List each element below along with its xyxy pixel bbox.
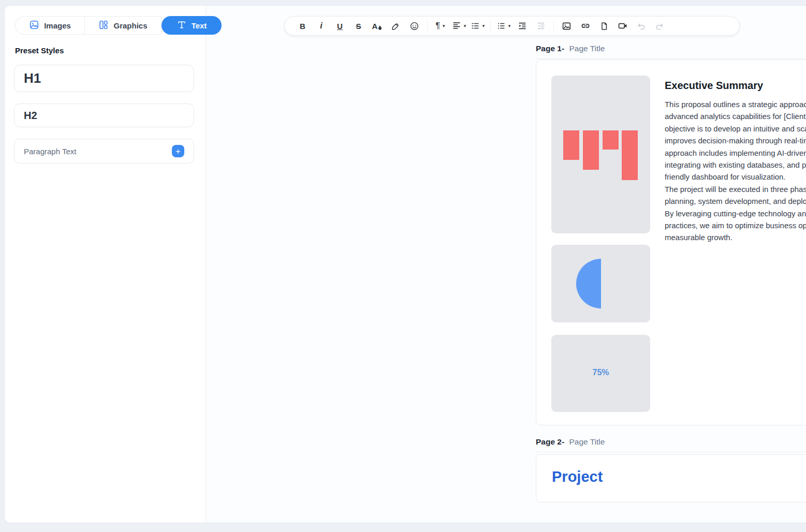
- editor-area: Page 1- Page Title 75% Executive Summary…: [206, 6, 806, 523]
- indent-button[interactable]: [514, 18, 531, 34]
- emoji-button[interactable]: [406, 18, 423, 34]
- project-heading[interactable]: Project: [552, 468, 603, 485]
- insert-image-icon: [562, 21, 571, 31]
- strikethrough-button[interactable]: S: [350, 18, 367, 34]
- preset-h2-label: H2: [24, 110, 37, 122]
- paragraph-format-button[interactable]: ¶ ▾: [432, 18, 449, 34]
- bar-chart-placeholder[interactable]: [551, 76, 650, 233]
- tab-images[interactable]: Images: [15, 16, 85, 35]
- insert-link-button[interactable]: [577, 18, 594, 34]
- executive-summary-paragraph-1: This proposal outlines a strategic appro…: [665, 99, 806, 184]
- page-2-header: Page 2- Page Title: [536, 437, 806, 452]
- percent-placeholder[interactable]: 75%: [551, 335, 650, 412]
- preset-paragraph[interactable]: Paragraph Text +: [14, 139, 194, 164]
- chevron-down-icon: ▾: [482, 23, 485, 28]
- chevron-down-icon: ▾: [443, 23, 445, 28]
- tab-graphics-label: Graphics: [113, 21, 147, 30]
- sidebar-tabs: Images Graphics Text: [15, 16, 222, 35]
- percent-label: 75%: [551, 368, 650, 377]
- page-1-label: Page 1-: [536, 44, 564, 53]
- emoji-icon: [409, 21, 419, 31]
- add-paragraph-button[interactable]: +: [172, 145, 184, 157]
- underline-button[interactable]: U: [331, 18, 348, 34]
- undo-icon: [636, 21, 646, 31]
- paragraph-icon: ¶: [435, 21, 440, 31]
- chevron-down-icon: ▾: [464, 23, 466, 28]
- bar: [583, 130, 599, 170]
- bar: [622, 130, 638, 180]
- preset-paragraph-label: Paragraph Text: [24, 147, 76, 156]
- page-1-canvas[interactable]: 75% Executive Summary This proposal outl…: [536, 60, 806, 425]
- unordered-list-button[interactable]: ▾: [495, 18, 512, 34]
- bar: [603, 130, 619, 150]
- text-icon: [177, 20, 187, 32]
- insert-file-icon: [599, 21, 609, 31]
- app-panel: Images Graphics Text Preset Styles H1: [4, 5, 806, 523]
- outdent-button[interactable]: [532, 18, 549, 34]
- page-2-label: Page 2-: [536, 437, 564, 446]
- insert-video-icon: [618, 21, 628, 31]
- insert-link-icon: [580, 21, 591, 31]
- preset-styles-heading: Preset Styles: [15, 46, 64, 55]
- highlight-button[interactable]: [387, 18, 404, 34]
- page-2-canvas[interactable]: Project: [536, 454, 806, 503]
- ordered-list-button[interactable]: ▾: [469, 18, 486, 34]
- font-color-button[interactable]: A: [369, 18, 386, 34]
- text-format-toolbar: B i U S A: [284, 16, 740, 36]
- italic-icon: i: [320, 21, 322, 31]
- outdent-icon: [536, 21, 546, 31]
- highlight-icon: [391, 21, 401, 31]
- page-1-title[interactable]: Page Title: [569, 44, 605, 53]
- half-circle-placeholder[interactable]: [551, 245, 650, 322]
- page-2-title[interactable]: Page Title: [569, 437, 605, 446]
- preset-h2[interactable]: H2: [14, 104, 194, 127]
- tab-text[interactable]: Text: [162, 16, 222, 35]
- align-button[interactable]: ▾: [450, 18, 467, 34]
- bold-button[interactable]: B: [294, 18, 311, 34]
- redo-button[interactable]: [651, 18, 668, 34]
- graphics-icon: [98, 20, 109, 32]
- undo-button[interactable]: [633, 18, 650, 34]
- toolbar-separator: [490, 20, 491, 32]
- align-left-icon: [452, 21, 461, 31]
- toolbar-separator: [553, 20, 554, 32]
- font-color-icon: A: [372, 22, 383, 31]
- images-icon: [29, 20, 39, 32]
- executive-summary-paragraph-2: The project will be executed in three ph…: [665, 184, 806, 244]
- plus-icon: +: [175, 147, 181, 156]
- ordered-list-icon: [471, 21, 480, 31]
- italic-button[interactable]: i: [313, 18, 330, 34]
- half-circle-shape: [576, 259, 601, 308]
- underline-icon: U: [337, 22, 343, 31]
- insert-file-button[interactable]: [595, 18, 612, 34]
- redo-icon: [655, 21, 665, 31]
- tab-text-label: Text: [192, 21, 207, 30]
- preset-h1-label: H1: [24, 70, 41, 86]
- executive-summary-heading: Executive Summary: [665, 80, 806, 92]
- tab-images-label: Images: [44, 21, 71, 30]
- insert-video-button[interactable]: [614, 18, 631, 34]
- indent-icon: [518, 21, 527, 31]
- bullet-list-icon: [496, 21, 506, 31]
- tab-graphics[interactable]: Graphics: [85, 16, 162, 35]
- strikethrough-icon: S: [356, 22, 361, 31]
- page-1-header: Page 1- Page Title: [536, 44, 806, 59]
- insert-image-button[interactable]: [558, 18, 575, 34]
- executive-summary-block[interactable]: Executive Summary This proposal outlines…: [665, 80, 806, 244]
- bar: [563, 130, 579, 160]
- preset-h1[interactable]: H1: [14, 65, 194, 92]
- chevron-down-icon: ▾: [508, 23, 511, 28]
- bold-icon: B: [300, 22, 305, 31]
- toolbar-separator: [427, 20, 428, 32]
